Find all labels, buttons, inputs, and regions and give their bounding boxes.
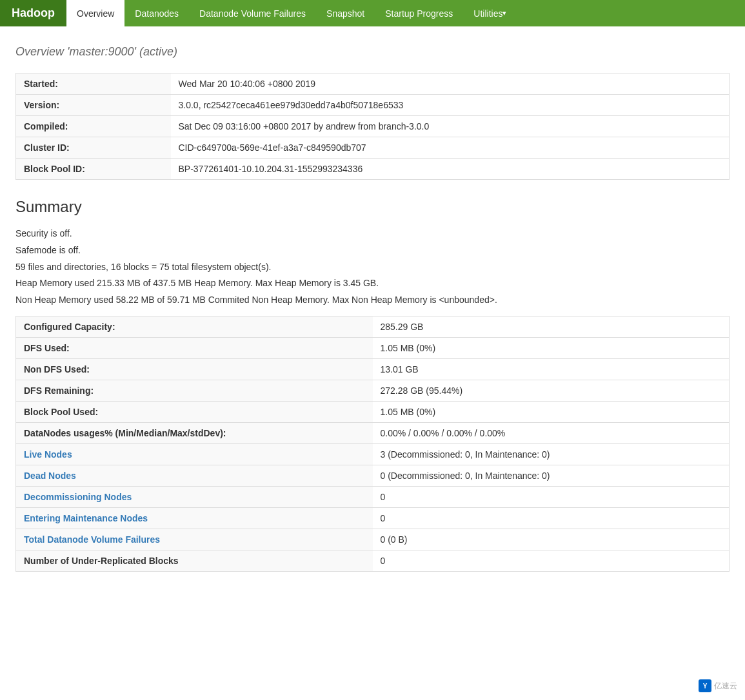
summary-row-value: 1.05 MB (0%)	[373, 401, 730, 422]
page-title: Overview 'master:9000' (active)	[15, 39, 730, 60]
summary-row-label[interactable]: Live Nodes	[16, 443, 373, 465]
summary-table-row-6: Live Nodes3 (Decommissioned: 0, In Maint…	[16, 443, 730, 465]
summary-table-row-7: Dead Nodes0 (Decommissioned: 0, In Maint…	[16, 465, 730, 486]
summary-row-label: DFS Used:	[16, 337, 373, 358]
overview-row-label: Block Pool ID:	[16, 159, 171, 180]
summary-table-row-11: Number of Under-Replicated Blocks0	[16, 550, 730, 571]
overview-row-label: Version:	[16, 95, 171, 116]
summary-row-link[interactable]: Decommissioning Nodes	[24, 492, 132, 502]
summary-row-link[interactable]: Live Nodes	[24, 449, 72, 460]
main-nav: Hadoop OverviewDatanodesDatanode Volume …	[0, 0, 745, 26]
summary-row-value: 0	[373, 550, 730, 571]
overview-row-0: Started:Wed Mar 20 10:40:06 +0800 2019	[16, 73, 730, 95]
overview-row-4: Block Pool ID:BP-377261401-10.10.204.31-…	[16, 159, 730, 180]
summary-table-row-2: Non DFS Used:13.01 GB	[16, 358, 730, 380]
summary-line: Heap Memory used 215.33 MB of 437.5 MB H…	[15, 276, 730, 291]
summary-row-link[interactable]: Entering Maintenance Nodes	[24, 513, 148, 523]
overview-row-label: Cluster ID:	[16, 137, 171, 159]
summary-row-label: Configured Capacity:	[16, 316, 373, 337]
summary-table-row-3: DFS Remaining:272.28 GB (95.44%)	[16, 380, 730, 401]
nav-item-datanodes[interactable]: Datanodes	[124, 0, 189, 26]
nav-item-startup-progress[interactable]: Startup Progress	[375, 0, 463, 26]
summary-line: Non Heap Memory used 58.22 MB of 59.71 M…	[15, 293, 730, 308]
summary-text: Security is off.Safemode is off.59 files…	[15, 226, 730, 308]
summary-row-label: DataNodes usages% (Min/Median/Max/stdDev…	[16, 422, 373, 443]
summary-table: Configured Capacity:285.29 GBDFS Used:1.…	[15, 316, 730, 572]
summary-table-row-0: Configured Capacity:285.29 GB	[16, 316, 730, 337]
summary-row-value: 0	[373, 507, 730, 529]
nav-item-utilities[interactable]: Utilities	[463, 0, 517, 26]
summary-row-link[interactable]: Total Datanode Volume Failures	[24, 534, 160, 545]
summary-row-value: 272.28 GB (95.44%)	[373, 380, 730, 401]
summary-line: Security is off.	[15, 226, 730, 242]
overview-row-value: BP-377261401-10.10.204.31-1552993234336	[171, 159, 730, 180]
summary-table-row-9: Entering Maintenance Nodes0	[16, 507, 730, 529]
overview-row-2: Compiled:Sat Dec 09 03:16:00 +0800 2017 …	[16, 116, 730, 137]
summary-table-row-1: DFS Used:1.05 MB (0%)	[16, 337, 730, 358]
overview-row-value: 3.0.0, rc25427ceca461ee979d30edd7a4b0f50…	[171, 95, 730, 116]
summary-row-label[interactable]: Entering Maintenance Nodes	[16, 507, 373, 529]
summary-row-value: 0	[373, 486, 730, 507]
summary-table-row-4: Block Pool Used:1.05 MB (0%)	[16, 401, 730, 422]
summary-row-label[interactable]: Total Datanode Volume Failures	[16, 529, 373, 550]
summary-row-value: 1.05 MB (0%)	[373, 337, 730, 358]
summary-row-value: 0 (Decommissioned: 0, In Maintenance: 0)	[373, 465, 730, 486]
summary-line: Safemode is off.	[15, 243, 730, 258]
overview-row-label: Compiled:	[16, 116, 171, 137]
summary-row-value: 0 (0 B)	[373, 529, 730, 550]
brand-logo: Hadoop	[0, 0, 66, 26]
nav-item-datanode-volume-failures[interactable]: Datanode Volume Failures	[189, 0, 316, 26]
summary-table-row-5: DataNodes usages% (Min/Median/Max/stdDev…	[16, 422, 730, 443]
summary-row-value: 0.00% / 0.00% / 0.00% / 0.00%	[373, 422, 730, 443]
summary-row-value: 285.29 GB	[373, 316, 730, 337]
summary-row-label: Number of Under-Replicated Blocks	[16, 550, 373, 571]
overview-row-3: Cluster ID:CID-c649700a-569e-41ef-a3a7-c…	[16, 137, 730, 159]
summary-row-label[interactable]: Decommissioning Nodes	[16, 486, 373, 507]
overview-row-value: Wed Mar 20 10:40:06 +0800 2019	[171, 73, 730, 95]
summary-table-row-8: Decommissioning Nodes0	[16, 486, 730, 507]
summary-row-value: 13.01 GB	[373, 358, 730, 380]
overview-row-value: Sat Dec 09 03:16:00 +0800 2017 by andrew…	[171, 116, 730, 137]
summary-row-label: Non DFS Used:	[16, 358, 373, 380]
summary-row-label[interactable]: Dead Nodes	[16, 465, 373, 486]
summary-row-label: DFS Remaining:	[16, 380, 373, 401]
summary-line: 59 files and directories, 16 blocks = 75…	[15, 260, 730, 275]
overview-row-value: CID-c649700a-569e-41ef-a3a7-c849590db707	[171, 137, 730, 159]
summary-title: Summary	[15, 198, 730, 216]
nav-item-snapshot[interactable]: Snapshot	[316, 0, 375, 26]
overview-row-label: Started:	[16, 73, 171, 95]
summary-row-value: 3 (Decommissioned: 0, In Maintenance: 0)	[373, 443, 730, 465]
summary-table-row-10: Total Datanode Volume Failures0 (0 B)	[16, 529, 730, 550]
nav-item-overview[interactable]: Overview	[66, 0, 124, 26]
summary-row-link[interactable]: Dead Nodes	[24, 471, 76, 481]
overview-info-table: Started:Wed Mar 20 10:40:06 +0800 2019Ve…	[15, 73, 730, 180]
summary-row-label: Block Pool Used:	[16, 401, 373, 422]
overview-row-1: Version:3.0.0, rc25427ceca461ee979d30edd…	[16, 95, 730, 116]
